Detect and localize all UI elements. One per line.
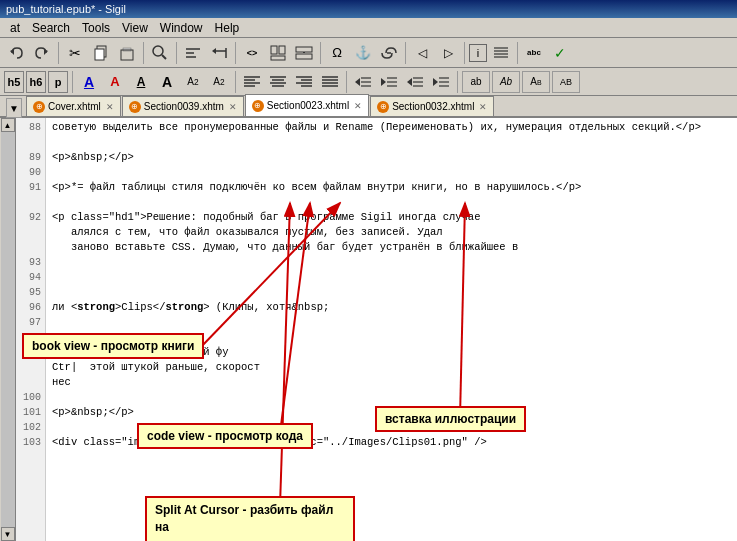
code-view-button[interactable]: <> — [240, 41, 264, 65]
svg-point-6 — [153, 46, 163, 56]
undo-button[interactable] — [4, 41, 28, 65]
annotation-code-view-text: code view - просмотр кода — [147, 429, 303, 443]
spell-button[interactable] — [181, 41, 205, 65]
font-a1-button[interactable]: A — [77, 70, 101, 94]
paste-button[interactable] — [115, 41, 139, 65]
indent-inc-button[interactable] — [377, 70, 401, 94]
scroll-track[interactable] — [1, 132, 15, 527]
code-line-blank9 — [52, 390, 733, 405]
style-ab2-button[interactable]: Ab — [492, 71, 520, 93]
redo-button[interactable] — [30, 41, 54, 65]
code-line-88: советую выделить все пронумерованные фай… — [52, 120, 733, 135]
next-button[interactable]: ▷ — [436, 41, 460, 65]
svg-rect-13 — [271, 46, 277, 54]
copy-button[interactable] — [89, 41, 113, 65]
font-a2-button[interactable]: A — [103, 70, 127, 94]
h6-button[interactable]: h6 — [26, 71, 46, 93]
scrollbar-left[interactable]: ▲ ▼ — [0, 118, 16, 541]
indent-inc2-button[interactable] — [429, 70, 453, 94]
tab-strip: ▼ Cover.xhtml ✕ Section0039.xhtm ✕ Secti… — [0, 96, 737, 118]
font-a3-button[interactable]: A — [129, 70, 153, 94]
code-line-91: <p>*= файл таблицы стиля подключён ко вс… — [52, 180, 733, 195]
find-button[interactable] — [148, 41, 172, 65]
code-line-96: ли <strong>Clips</strong> (Клипы, хотя&n… — [52, 300, 733, 315]
tab-section23[interactable]: Section0023.xhtml ✕ — [245, 94, 369, 116]
font-sup-button[interactable]: A2 — [207, 70, 231, 94]
tab-list-button[interactable]: ▼ — [6, 98, 22, 118]
cut-button[interactable]: ✂ — [63, 41, 87, 65]
toolbar-sep-6 — [405, 42, 406, 64]
tab-section32[interactable]: Section0032.xhtml ✕ — [370, 96, 494, 116]
anchor-button[interactable]: ⚓ — [351, 41, 375, 65]
tab-label-section39: Section0039.xhtm — [144, 101, 224, 112]
tab-section39[interactable]: Section0039.xhtm ✕ — [122, 96, 244, 116]
toolbar-sep-8 — [517, 42, 518, 64]
h5-button[interactable]: h5 — [4, 71, 24, 93]
code-line-89: <p>&nbsp;</p> — [52, 150, 733, 165]
font-sub-button[interactable]: A2 — [181, 70, 205, 94]
code-content[interactable]: советую выделить все пронумерованные фай… — [48, 118, 737, 541]
tab-close-section32[interactable]: ✕ — [477, 102, 489, 112]
code-line-blank5 — [52, 270, 733, 285]
toolbar-sep-7 — [464, 42, 465, 64]
tab-icon-section23 — [252, 100, 264, 112]
justify-button[interactable] — [318, 70, 342, 94]
validate-button[interactable]: ✓ — [548, 41, 572, 65]
code-line-92b: алялся с тем, что файл оказывался пустым… — [52, 225, 733, 240]
svg-rect-5 — [121, 50, 133, 60]
code-line-blank2 — [52, 165, 733, 180]
p-button[interactable]: p — [48, 71, 68, 93]
align-left-button[interactable] — [240, 70, 264, 94]
book-view-button[interactable] — [266, 41, 290, 65]
menu-tools[interactable]: Tools — [76, 19, 116, 37]
format-sep-3 — [346, 71, 347, 93]
annotation-split-cursor-text: Split At Cursor - разбить файл наместе у… — [155, 503, 333, 541]
toolbar-main: ✂ <> Ω ⚓ ◁ ▷ i abc ✓ — [0, 38, 737, 68]
menu-window[interactable]: Window — [154, 19, 209, 37]
menu-help[interactable]: Help — [209, 19, 246, 37]
code-line-92c: заново вставьте CSS. Думаю, что данный б… — [52, 240, 733, 255]
svg-rect-16 — [296, 47, 312, 52]
svg-marker-40 — [355, 78, 360, 86]
scroll-up[interactable]: ▲ — [1, 118, 15, 132]
link-button[interactable] — [377, 41, 401, 65]
code-editor[interactable]: 88 89 90 91 92 93 94 95 96 97 98 99 100 … — [16, 118, 737, 541]
format-sep-4 — [457, 71, 458, 93]
style-ab1-button[interactable]: ab — [462, 71, 490, 93]
title-bar: pub_tutorial.epub* - Sigil — [0, 0, 737, 18]
menu-search[interactable]: Search — [26, 19, 76, 37]
style-ab3-button[interactable]: Ab — [522, 71, 550, 93]
omega-button[interactable]: Ω — [325, 41, 349, 65]
tab-close-section23[interactable]: ✕ — [352, 101, 364, 111]
tab-close-section39[interactable]: ✕ — [227, 102, 239, 112]
toolbar-sep-1 — [58, 42, 59, 64]
toc-button[interactable] — [489, 41, 513, 65]
annotation-book-view-text: book view - просмотр книги — [32, 339, 194, 353]
tab-icon-cover — [33, 101, 45, 113]
spellcheck2-button[interactable]: abc — [522, 41, 546, 65]
tab-cover[interactable]: Cover.xhtml ✕ — [26, 96, 121, 116]
info-button[interactable]: i — [469, 44, 487, 62]
indent-dec2-button[interactable] — [403, 70, 427, 94]
tab-close-cover[interactable]: ✕ — [104, 102, 116, 112]
split-button[interactable] — [292, 41, 316, 65]
svg-line-7 — [162, 55, 166, 59]
code-line-blank4 — [52, 255, 733, 270]
prev-button[interactable]: ◁ — [410, 41, 434, 65]
svg-marker-44 — [381, 78, 386, 86]
code-line-blank6 — [52, 285, 733, 300]
font-a4-button[interactable]: A — [155, 70, 179, 94]
code-line-blank7 — [52, 315, 733, 330]
line-numbers: 88 89 90 91 92 93 94 95 96 97 98 99 100 … — [16, 118, 46, 541]
align-center-button[interactable] — [266, 70, 290, 94]
align-right-button[interactable] — [292, 70, 316, 94]
indent-dec-button[interactable] — [351, 70, 375, 94]
back-button[interactable] — [207, 41, 231, 65]
tab-label-section32: Section0032.xhtml — [392, 101, 474, 112]
style-ab4-button[interactable]: AB — [552, 71, 580, 93]
svg-marker-48 — [407, 78, 412, 86]
scroll-down[interactable]: ▼ — [1, 527, 15, 541]
menu-at[interactable]: at — [4, 19, 26, 37]
svg-rect-14 — [279, 46, 285, 54]
menu-view[interactable]: View — [116, 19, 154, 37]
